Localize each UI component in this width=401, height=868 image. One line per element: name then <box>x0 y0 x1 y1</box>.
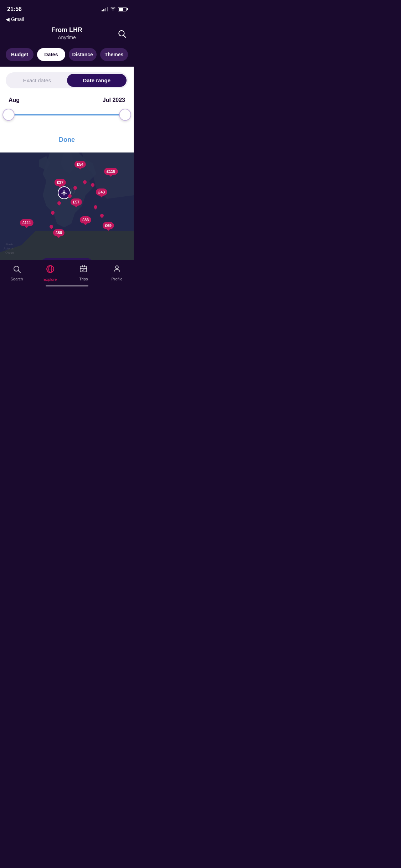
search-button[interactable] <box>117 29 127 39</box>
map-dot-9 <box>49 224 54 229</box>
exact-dates-toggle[interactable]: Exact dates <box>7 74 67 87</box>
bottom-nav: Search Explore Trips Profi <box>0 260 134 289</box>
filter-tab-budget[interactable]: Budget <box>6 48 34 61</box>
header: From LHR Anytime <box>0 23 134 45</box>
svg-line-1 <box>124 35 126 37</box>
date-range-slider[interactable]: Aug Jul 2023 <box>6 97 128 122</box>
back-nav: ◀ Gmail <box>0 16 134 23</box>
price-pin-88: £88 <box>53 229 65 236</box>
price-pin-43: £43 <box>96 188 107 196</box>
slider-thumb-right[interactable] <box>119 109 131 121</box>
filter-tab-distance[interactable]: Distance <box>69 48 97 61</box>
slider-end-label: Jul 2023 <box>103 97 125 103</box>
header-title: From LHR <box>51 26 82 34</box>
header-center: From LHR Anytime <box>51 26 82 40</box>
profile-nav-icon <box>113 265 121 275</box>
trips-nav-icon <box>79 265 88 275</box>
nav-label-profile: Profile <box>112 277 123 281</box>
done-section: Done <box>0 129 134 153</box>
map-dot-2 <box>82 180 87 185</box>
back-label: Gmail <box>11 16 24 22</box>
slider-labels: Aug Jul 2023 <box>9 97 125 103</box>
svg-point-17 <box>115 266 118 269</box>
search-nav-icon <box>12 265 21 275</box>
nav-label-search: Search <box>10 277 23 281</box>
nav-label-trips: Trips <box>79 277 88 281</box>
nav-item-profile[interactable]: Profile <box>100 265 134 281</box>
battery-icon <box>118 7 127 11</box>
price-pin-111: £111 <box>20 219 34 226</box>
map-dot-3 <box>90 182 95 187</box>
nav-label-explore: Explore <box>43 277 57 281</box>
status-icons <box>102 6 127 12</box>
nav-item-trips[interactable]: Trips <box>67 265 101 281</box>
slider-track-container[interactable] <box>9 108 125 122</box>
slider-start-label: Aug <box>9 97 20 103</box>
filter-tab-dates[interactable]: Dates <box>37 48 65 61</box>
header-subtitle: Anytime <box>51 35 82 40</box>
slider-track <box>9 114 125 115</box>
price-pin-118: £118 <box>104 168 118 175</box>
explore-nav-icon <box>46 264 55 276</box>
map-dot-8 <box>99 213 104 218</box>
wifi-icon <box>110 6 116 12</box>
map-dot-5 <box>57 200 62 205</box>
slider-thumb-left[interactable] <box>2 109 15 121</box>
status-bar: 21:56 <box>0 0 134 16</box>
filter-tab-themes[interactable]: Themes <box>100 48 128 61</box>
home-indicator <box>46 285 88 286</box>
back-arrow-icon: ◀ <box>6 16 10 22</box>
filter-tabs: Budget Dates Distance Themes <box>0 45 134 67</box>
date-toggle: Exact dates Date range <box>6 72 128 88</box>
map-dot-1 <box>73 185 78 190</box>
price-pin-57: £57 <box>71 198 82 206</box>
svg-line-12 <box>18 270 20 273</box>
price-pin-37: £37 <box>55 179 66 186</box>
signal-icon <box>102 7 108 11</box>
date-panel: Exact dates Date range Aug Jul 2023 <box>0 67 134 129</box>
date-range-toggle[interactable]: Date range <box>67 74 127 87</box>
price-pin-83: £83 <box>80 216 91 223</box>
price-pin-69: £69 <box>103 222 114 229</box>
price-pin-54: £54 <box>74 161 86 168</box>
nav-item-explore[interactable]: Explore <box>34 264 67 281</box>
done-button[interactable]: Done <box>59 136 75 144</box>
map-dot-6 <box>50 210 55 215</box>
map-dot-7 <box>93 205 98 210</box>
nav-item-search[interactable]: Search <box>0 265 34 281</box>
status-time: 21:56 <box>7 6 22 12</box>
svg-rect-16 <box>80 266 87 272</box>
